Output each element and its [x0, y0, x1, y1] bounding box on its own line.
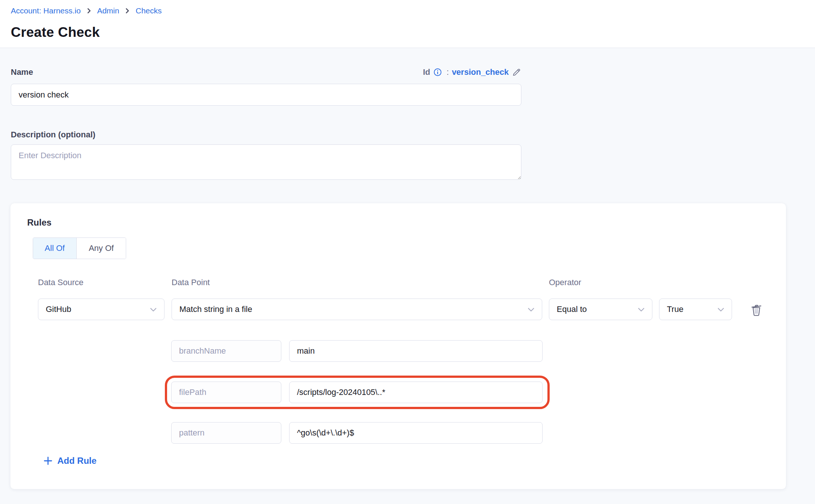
page-title: Create Check: [11, 25, 100, 40]
data-source-label: Data Source: [38, 278, 83, 287]
param-key-pattern: [171, 422, 281, 444]
page-header: Account: Harness.io Admin Checks Create …: [0, 0, 815, 48]
operator-select[interactable]: Equal to: [549, 299, 652, 320]
data-point-label: Data Point: [172, 278, 210, 287]
toggle-all-of[interactable]: All Of: [33, 238, 76, 259]
trash-icon[interactable]: [748, 302, 764, 318]
add-rule-label: Add Rule: [57, 456, 96, 466]
description-label: Description (optional): [11, 130, 95, 140]
id-label: Id: [423, 67, 430, 77]
operator-label: Operator: [549, 278, 581, 287]
data-point-value: Match string in a file: [179, 304, 252, 314]
create-check-page: Account: Harness.io Admin Checks Create …: [0, 0, 815, 504]
check-id-link[interactable]: version_check: [452, 67, 509, 77]
operator-value: Equal to: [557, 304, 587, 314]
add-rule-button[interactable]: Add Rule: [43, 456, 96, 466]
rules-card: Rules All Of Any Of Data Source Data Poi…: [10, 203, 786, 489]
data-source-select[interactable]: GitHub: [38, 299, 164, 320]
param-value-branchname[interactable]: [289, 340, 543, 362]
description-textarea[interactable]: [11, 144, 521, 180]
chevron-down-icon: [638, 304, 645, 314]
operator-value-select[interactable]: True: [659, 299, 732, 320]
data-source-value: GitHub: [46, 304, 71, 314]
param-value-filepath[interactable]: [289, 382, 543, 403]
name-input[interactable]: [11, 84, 521, 106]
edit-pencil-icon[interactable]: [512, 67, 521, 77]
rules-condition-toggle: All Of Any Of: [33, 237, 126, 259]
param-key-branchname: [171, 340, 281, 362]
plus-icon: [43, 456, 53, 466]
rules-title: Rules: [27, 217, 51, 228]
operator-value-selected: True: [667, 304, 683, 314]
breadcrumb-link-checks[interactable]: Checks: [135, 5, 162, 16]
breadcrumb: Account: Harness.io Admin Checks: [11, 5, 162, 16]
chevron-right-icon: [124, 7, 131, 14]
data-point-select[interactable]: Match string in a file: [172, 299, 542, 320]
toggle-any-of[interactable]: Any Of: [76, 238, 126, 259]
chevron-right-icon: [86, 7, 92, 14]
id-separator: :: [447, 67, 449, 77]
chevron-down-icon: [717, 304, 724, 314]
id-row: Id : version_check: [423, 67, 521, 77]
chevron-down-icon: [150, 304, 157, 314]
chevron-down-icon: [528, 304, 534, 314]
param-key-filepath: [171, 382, 281, 403]
param-value-pattern[interactable]: [289, 422, 543, 444]
name-label: Name: [11, 67, 33, 77]
breadcrumb-link-account[interactable]: Account: Harness.io: [11, 5, 81, 16]
breadcrumb-link-admin[interactable]: Admin: [97, 5, 119, 16]
name-id-row: Name Id : version_check: [11, 66, 521, 79]
info-icon[interactable]: [433, 68, 442, 77]
